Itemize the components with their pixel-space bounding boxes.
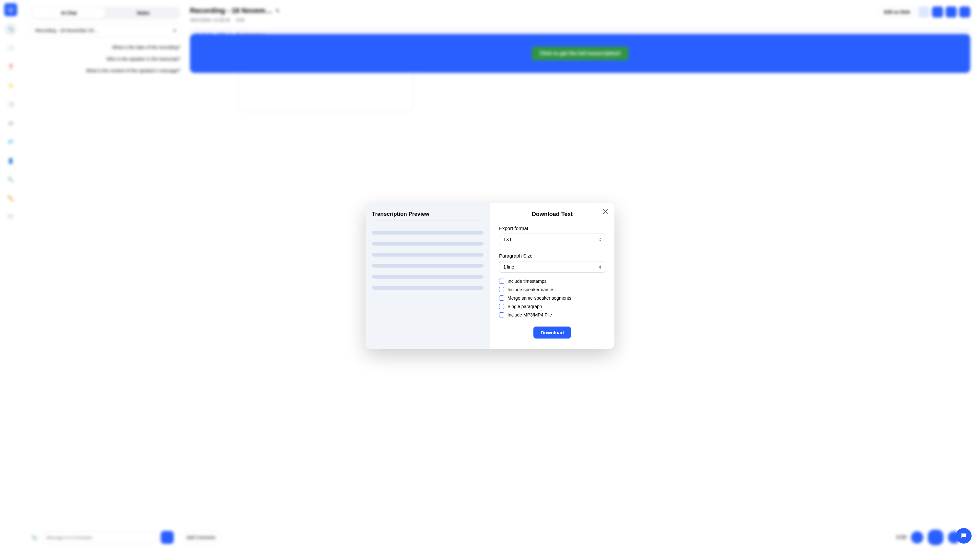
checkbox-icon — [499, 295, 504, 301]
select-arrows-icon: ▲▼ — [598, 265, 602, 269]
skeleton-line — [372, 231, 484, 235]
skeleton-line — [372, 275, 484, 279]
checkbox-icon — [499, 312, 504, 317]
modal-title: Download Text — [499, 211, 605, 218]
paragraph-size-label: Paragraph Size — [499, 253, 605, 259]
download-form: Download Text Export format TXT ▲▼ Parag… — [490, 203, 614, 349]
skeleton-line — [372, 264, 484, 268]
preview-title: Transcription Preview — [372, 211, 484, 221]
preview-skeleton — [372, 231, 484, 290]
checkbox-label: Include speaker names — [508, 287, 555, 292]
close-button[interactable] — [601, 208, 609, 216]
checkbox-include-media-file[interactable]: Include MP3/MP4 File — [499, 312, 605, 317]
checkbox-single-paragraph[interactable]: Single paragraph — [499, 304, 605, 309]
checkbox-merge-same-speaker[interactable]: Merge same-speaker segments — [499, 295, 605, 301]
checkbox-label: Merge same-speaker segments — [508, 295, 571, 301]
transcription-preview-panel: Transcription Preview — [366, 203, 490, 349]
export-format-label: Export format — [499, 225, 605, 231]
checkbox-include-timestamps[interactable]: Include timestamps — [499, 279, 605, 284]
download-text-modal: Transcription Preview Download Text Expo… — [366, 203, 614, 349]
paragraph-size-select[interactable]: 1 line ▲▼ — [499, 261, 605, 273]
export-format-select[interactable]: TXT ▲▼ — [499, 233, 605, 245]
close-icon — [603, 209, 608, 214]
modal-overlay: Transcription Preview Download Text Expo… — [0, 0, 980, 552]
skeleton-line — [372, 242, 484, 246]
skeleton-line — [372, 253, 484, 257]
checkbox-icon — [499, 304, 504, 309]
checkbox-icon — [499, 279, 504, 284]
checkbox-label: Include MP3/MP4 File — [508, 312, 552, 317]
paragraph-size-value: 1 line — [503, 264, 514, 270]
export-format-value: TXT — [503, 237, 512, 242]
checkbox-label: Single paragraph — [508, 304, 542, 309]
checkbox-label: Include timestamps — [508, 279, 547, 284]
checkbox-include-speaker-names[interactable]: Include speaker names — [499, 287, 605, 292]
download-button[interactable]: Download — [533, 327, 571, 338]
skeleton-line — [372, 286, 484, 290]
checkbox-icon — [499, 287, 504, 292]
select-arrows-icon: ▲▼ — [598, 237, 602, 242]
